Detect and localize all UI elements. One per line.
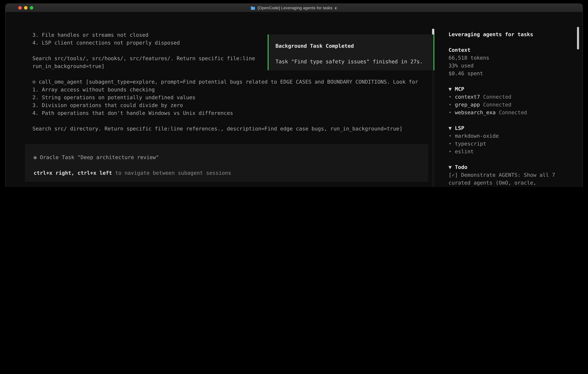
- mcp-item: •grep_appConnected: [449, 101, 579, 108]
- log-line: 1. Array access without bounds checking: [32, 86, 432, 94]
- mcp-item: •context7Connected: [449, 93, 579, 101]
- folder-icon: [251, 6, 255, 10]
- gear-icon: ⚙: [32, 79, 36, 85]
- tool-call-line: ⚙ call_omo_agent [subagent_type=explore,…: [32, 78, 432, 86]
- window-title: [OpenCode] Leveraging agents for tasks ◐: [251, 6, 337, 10]
- minimize-window-button[interactable]: [24, 6, 28, 10]
- collapse-triangle-icon: ▼: [449, 125, 452, 131]
- desktop: [OpenCode] Leveraging agents for tasks ◐…: [0, 0, 588, 187]
- context-used: 33% used: [449, 62, 579, 69]
- log-line: 4. Path operations that don't handle Win…: [32, 109, 432, 117]
- oracle-task-title: ◉ Oracle Task "Deep architecture review": [33, 153, 420, 161]
- log-line: 3. Division operations that could divide…: [32, 101, 432, 109]
- mcp-item: •websearch_exaConnected: [449, 108, 579, 116]
- todo-line: librarian, explore, frontend,: [449, 187, 579, 187]
- context-spent: $0.46 spent: [449, 69, 579, 77]
- collapse-triangle-icon: ▼: [449, 164, 452, 170]
- close-window-button[interactable]: [18, 6, 22, 10]
- lsp-item: •eslint: [449, 147, 579, 155]
- record-icon: ◉: [33, 154, 37, 160]
- bullet-icon: •: [449, 133, 452, 139]
- bullet-icon: •: [449, 102, 452, 108]
- window-title-text: [OpenCode] Leveraging agents for tasks: [258, 6, 333, 10]
- todo-section-header[interactable]: ▼Todo: [449, 163, 579, 171]
- bullet-icon: •: [449, 109, 452, 115]
- busy-indicator-icon: ◐: [335, 6, 337, 10]
- toast-title: Background Task Completed: [275, 42, 427, 50]
- collapse-triangle-icon: ▼: [449, 86, 452, 92]
- log-line: Search src/ directory. Return specific f…: [32, 125, 432, 133]
- oracle-task-panel: ◉ Oracle Task "Deep architecture review"…: [25, 144, 428, 182]
- zoom-window-button[interactable]: [30, 6, 33, 10]
- bullet-icon: •: [449, 94, 452, 100]
- bullet-icon: •: [449, 141, 452, 147]
- lsp-item: •typescript: [449, 140, 579, 147]
- toast-body: Task "Find type safety issues" finished …: [275, 58, 427, 65]
- context-heading: Context: [449, 46, 579, 54]
- mcp-section-header[interactable]: ▼MCP: [449, 85, 579, 93]
- session-title: Leveraging agents for tasks: [449, 30, 579, 38]
- lsp-section-header[interactable]: ▼LSP: [449, 124, 579, 132]
- log-line: 2. String operations on potentially unde…: [32, 94, 432, 101]
- notification-toast: Background Task Completed Task "Find typ…: [268, 34, 434, 70]
- sidebar: Leveraging agents for tasks Context 66,5…: [449, 30, 579, 187]
- titlebar[interactable]: [OpenCode] Leveraging agents for tasks ◐: [6, 4, 582, 12]
- traffic-lights: [18, 6, 33, 10]
- oracle-navigation-hint: ctrl+x right,ctrl+x left to navigate bet…: [33, 169, 420, 177]
- todo-line: curated agents (OmO, oracle,: [449, 179, 579, 187]
- todo-line: [✓] Demonstrate AGENTS: Show all 7: [449, 171, 579, 179]
- bullet-icon: •: [449, 148, 452, 155]
- lsp-item: •markdown-oxide: [449, 132, 579, 140]
- context-tokens: 66,518 tokens: [449, 54, 579, 62]
- opencode-terminal-window: [OpenCode] Leveraging agents for tasks ◐…: [5, 3, 583, 187]
